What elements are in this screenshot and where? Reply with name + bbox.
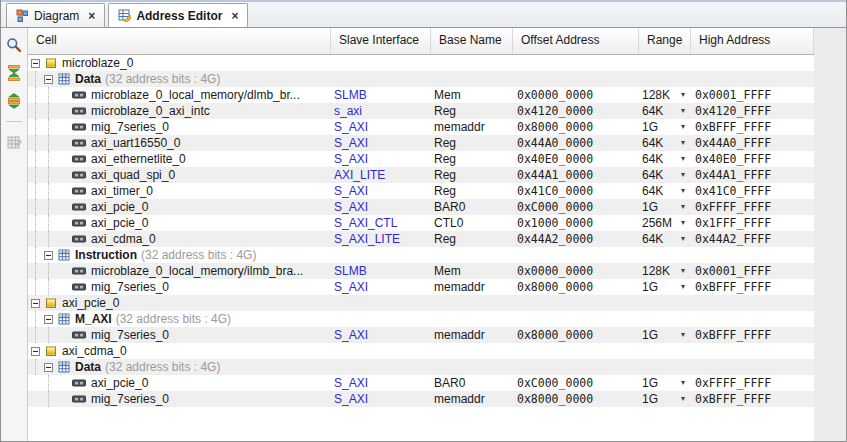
range-dropdown[interactable]: 1G▾ — [639, 327, 691, 343]
range-dropdown[interactable]: 64K▾ — [639, 151, 691, 167]
close-icon[interactable]: × — [231, 9, 238, 23]
slave-interface-link[interactable]: S_AXI — [331, 119, 431, 135]
offset-address-value[interactable]: 0x44A0_0000 — [513, 135, 639, 151]
table-row[interactable]: microblaze_0_local_memory/dlmb_br...SLMB… — [28, 87, 814, 103]
expander-toggle[interactable] — [44, 315, 53, 324]
chevron-down-icon[interactable]: ▾ — [681, 263, 685, 279]
chevron-down-icon[interactable]: ▾ — [681, 151, 685, 167]
offset-address-value[interactable]: 0x4120_0000 — [513, 103, 639, 119]
range-dropdown[interactable]: 64K▾ — [639, 231, 691, 247]
slave-interface-link[interactable]: S_AXI — [331, 375, 431, 391]
expander-toggle[interactable] — [31, 299, 40, 308]
column-header-cell[interactable]: Cell — [28, 28, 331, 54]
range-dropdown[interactable]: 64K▾ — [639, 135, 691, 151]
table-row[interactable]: Data(32 address bits : 4G) — [28, 359, 814, 375]
table-row[interactable]: microblaze_0_axi_intcs_axiReg0x4120_0000… — [28, 103, 814, 119]
chevron-down-icon[interactable]: ▾ — [681, 231, 685, 247]
offset-address-value[interactable]: 0x1000_0000 — [513, 215, 639, 231]
auto-assign-address-icon[interactable] — [5, 133, 23, 151]
range-dropdown[interactable]: 64K▾ — [639, 103, 691, 119]
range-dropdown[interactable]: 128K▾ — [639, 87, 691, 103]
range-dropdown[interactable]: 1G▾ — [639, 375, 691, 391]
offset-address-value[interactable]: 0xC000_0000 — [513, 199, 639, 215]
table-row[interactable]: axi_quad_spi_0AXI_LITEReg0x44A1_000064K▾… — [28, 167, 814, 183]
column-header-offset-address[interactable]: Offset Address — [513, 28, 639, 54]
table-row[interactable]: mig_7series_0S_AXImemaddr0x8000_00001G▾0… — [28, 119, 814, 135]
expander-toggle[interactable] — [31, 347, 40, 356]
range-dropdown[interactable]: 64K▾ — [639, 167, 691, 183]
expand-all-icon[interactable] — [5, 92, 23, 110]
range-dropdown[interactable]: 1G▾ — [639, 199, 691, 215]
table-row[interactable]: Data(32 address bits : 4G) — [28, 71, 814, 87]
slave-interface-link[interactable]: S_AXI — [331, 327, 431, 343]
offset-address-value[interactable]: 0x8000_0000 — [513, 279, 639, 295]
table-row[interactable]: axi_pcie_0S_AXI_CTLCTL00x1000_0000256M▾0… — [28, 215, 814, 231]
offset-address-value[interactable]: 0x0000_0000 — [513, 87, 639, 103]
slave-interface-link[interactable]: S_AXI_LITE — [331, 231, 431, 247]
close-icon[interactable]: × — [88, 9, 95, 23]
offset-address-value[interactable]: 0x8000_0000 — [513, 327, 639, 343]
offset-address-value[interactable]: 0x41C0_0000 — [513, 183, 639, 199]
slave-interface-link[interactable]: S_AXI — [331, 183, 431, 199]
offset-address-value[interactable]: 0x44A2_0000 — [513, 231, 639, 247]
column-header-base-name[interactable]: Base Name — [431, 28, 513, 54]
chevron-down-icon[interactable]: ▾ — [681, 327, 685, 343]
table-row[interactable]: axi_pcie_0S_AXIBAR00xC000_00001G▾0xFFFF_… — [28, 375, 814, 391]
expander-toggle[interactable] — [44, 251, 53, 260]
range-dropdown[interactable]: 1G▾ — [639, 391, 691, 407]
slave-interface-link[interactable]: S_AXI — [331, 151, 431, 167]
column-header-high-address[interactable]: High Address — [691, 28, 814, 54]
expander-toggle[interactable] — [31, 59, 40, 68]
column-header-slave-interface[interactable]: Slave Interface — [331, 28, 431, 54]
slave-interface-link[interactable]: SLMB — [331, 87, 431, 103]
table-row[interactable]: axi_pcie_0S_AXIBAR00xC000_00001G▾0xFFFF_… — [28, 199, 814, 215]
collapse-all-icon[interactable] — [5, 64, 23, 82]
table-row[interactable]: axi_cdma_0 — [28, 343, 814, 359]
table-row[interactable]: mig_7series_0S_AXImemaddr0x8000_00001G▾0… — [28, 327, 814, 343]
range-dropdown[interactable]: 1G▾ — [639, 279, 691, 295]
chevron-down-icon[interactable]: ▾ — [681, 279, 685, 295]
chevron-down-icon[interactable]: ▾ — [681, 375, 685, 391]
range-dropdown[interactable]: 128K▾ — [639, 263, 691, 279]
offset-address-value[interactable]: 0x0000_0000 — [513, 263, 639, 279]
tab-diagram[interactable]: Diagram × — [6, 3, 105, 27]
offset-address-value[interactable]: 0x8000_0000 — [513, 119, 639, 135]
slave-interface-link[interactable]: S_AXI — [331, 199, 431, 215]
slave-interface-link[interactable]: s_axi — [331, 103, 431, 119]
table-row[interactable]: axi_uart16550_0S_AXIReg0x44A0_000064K▾0x… — [28, 135, 814, 151]
offset-address-value[interactable]: 0x44A1_0000 — [513, 167, 639, 183]
table-row[interactable]: mig_7series_0S_AXImemaddr0x8000_00001G▾0… — [28, 279, 814, 295]
tab-address-editor[interactable]: Address Editor × — [108, 3, 248, 27]
table-row[interactable]: microblaze_0_local_memory/ilmb_bra...SLM… — [28, 263, 814, 279]
chevron-down-icon[interactable]: ▾ — [681, 391, 685, 407]
slave-interface-link[interactable]: S_AXI — [331, 135, 431, 151]
chevron-down-icon[interactable]: ▾ — [681, 119, 685, 135]
search-icon[interactable] — [5, 36, 23, 54]
chevron-down-icon[interactable]: ▾ — [681, 215, 685, 231]
offset-address-value[interactable]: 0x8000_0000 — [513, 391, 639, 407]
range-dropdown[interactable]: 64K▾ — [639, 183, 691, 199]
table-row[interactable]: microblaze_0 — [28, 55, 814, 71]
chevron-down-icon[interactable]: ▾ — [681, 87, 685, 103]
range-dropdown[interactable]: 256M▾ — [639, 215, 691, 231]
expander-toggle[interactable] — [44, 75, 53, 84]
slave-interface-link[interactable]: S_AXI — [331, 391, 431, 407]
chevron-down-icon[interactable]: ▾ — [681, 103, 685, 119]
expander-toggle[interactable] — [44, 363, 53, 372]
table-row[interactable]: axi_ethernetlite_0S_AXIReg0x40E0_000064K… — [28, 151, 814, 167]
chevron-down-icon[interactable]: ▾ — [681, 183, 685, 199]
slave-interface-link[interactable]: AXI_LITE — [331, 167, 431, 183]
table-row[interactable]: M_AXI(32 address bits : 4G) — [28, 311, 814, 327]
table-row[interactable]: axi_pcie_0 — [28, 295, 814, 311]
chevron-down-icon[interactable]: ▾ — [681, 167, 685, 183]
slave-interface-link[interactable]: SLMB — [331, 263, 431, 279]
chevron-down-icon[interactable]: ▾ — [681, 199, 685, 215]
offset-address-value[interactable]: 0xC000_0000 — [513, 375, 639, 391]
table-row[interactable]: axi_timer_0S_AXIReg0x41C0_000064K▾0x41C0… — [28, 183, 814, 199]
slave-interface-link[interactable]: S_AXI — [331, 279, 431, 295]
table-row[interactable]: mig_7series_0S_AXImemaddr0x8000_00001G▾0… — [28, 391, 814, 407]
range-dropdown[interactable]: 1G▾ — [639, 119, 691, 135]
column-header-range[interactable]: Range — [639, 28, 691, 54]
chevron-down-icon[interactable]: ▾ — [681, 135, 685, 151]
table-row[interactable]: Instruction(32 address bits : 4G) — [28, 247, 814, 263]
